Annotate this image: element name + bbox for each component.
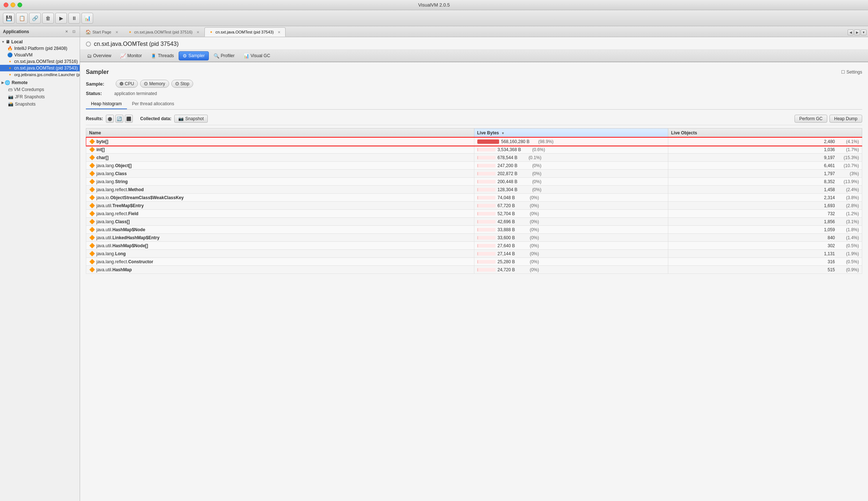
minimize-button[interactable]	[11, 3, 15, 7]
cell-live-bytes: 202,872 B(0%)	[474, 170, 668, 178]
table-row[interactable]: 🔶java.util.LinkedHashMap$Entry33,600 B(0…	[86, 234, 862, 242]
toolbar-btn-3[interactable]: 🔗	[29, 13, 41, 24]
table-row[interactable]: 🔶java.io.ObjectStreamClass$WeakClassKey7…	[86, 194, 862, 202]
cell-live-objects: 1,693(2.8%)	[668, 202, 862, 210]
visual-gc-icon: 📊	[243, 53, 249, 59]
cell-name: 🔶byte[]	[86, 138, 474, 146]
cell-live-objects: 2,314(3.8%)	[668, 194, 862, 202]
table-row[interactable]: 🔶char[]678,544 B(0.1%)9,197(15.3%)	[86, 154, 862, 162]
remote-section[interactable]: ▶ 🌐 Remote	[0, 79, 80, 86]
sub-nav-sampler[interactable]: ⚙ Sampler	[179, 51, 209, 60]
table-row[interactable]: 🔶java.util.HashMap$Node33,888 B(0%)1,059…	[86, 226, 862, 234]
sub-nav-profiler[interactable]: 🔍 Profiler	[210, 51, 239, 60]
cpu-button[interactable]: CPU	[116, 80, 138, 88]
table-row[interactable]: 🔶java.lang.Long27,144 B(0%)1,131(1.9%)	[86, 250, 862, 258]
toolbar-btn-4[interactable]: 🗑	[42, 13, 54, 24]
table-row[interactable]: 🔶java.lang.String200,448 B(0%)8,352(13.9…	[86, 178, 862, 186]
local-section[interactable]: ▼ 🖥 Local	[0, 39, 80, 45]
table-row[interactable]: 🔶java.lang.Class[]42,696 B(0%)1,856(3.1%…	[86, 218, 862, 226]
toolbar-btn-1[interactable]: 💾	[3, 13, 15, 24]
tab-oomtest-37543-close[interactable]: ✕	[276, 29, 282, 35]
cell-name: 🔶char[]	[86, 154, 474, 162]
sidebar-item-intellij[interactable]: 🔥 IntelliJ Platform (pid 28408)	[0, 45, 80, 52]
table-row[interactable]: 🔶byte[]568,160,280 B(98.9%)2,480(4.1%)	[86, 138, 862, 146]
tab-heap-histogram[interactable]: Heap histogram	[86, 99, 127, 109]
vm-coredumps-label: VM Coredumps	[14, 87, 44, 92]
results-btn-stop[interactable]: ⬛	[125, 115, 133, 123]
monitor-icon: 📈	[120, 53, 126, 59]
sub-nav-monitor[interactable]: 📈 Monitor	[116, 51, 146, 60]
sub-nav-threads[interactable]: 🧵 Threads	[147, 51, 178, 60]
sidebar-item-visualvm[interactable]: 🔵 VisualVM	[0, 52, 80, 58]
heap-dump-button[interactable]: Heap Dump	[829, 115, 862, 123]
tab-nav-left[interactable]: ◀	[848, 29, 853, 35]
launcher-label: org.jetbrains.jps.cmdline.Launcher (pid …	[14, 72, 80, 77]
table-row[interactable]: 🔶int[]3,534,368 B(0.6%)1,036(1.7%)	[86, 146, 862, 154]
snapshot-button[interactable]: 📷 Snapshot	[174, 115, 208, 123]
sub-nav-overview[interactable]: 🗂 Overview	[83, 51, 115, 60]
col-live-bytes[interactable]: Live Bytes ▼	[474, 129, 668, 138]
tab-oomtest-37543[interactable]: 🔸 cn.sxt.java.OOMTest (pid 37543) ✕	[204, 27, 286, 37]
close-button[interactable]	[4, 3, 8, 7]
col-live-objects[interactable]: Live Objects	[668, 129, 862, 138]
class-icon: 🔶	[89, 179, 95, 184]
sub-nav-visual-gc[interactable]: 📊 Visual GC	[239, 51, 274, 60]
process-title: cn.sxt.java.OOMTest (pid 37543)	[94, 41, 179, 47]
table-row[interactable]: 🔶java.lang.Class202,872 B(0%)1,797(3%)	[86, 170, 862, 178]
toolbar-btn-2[interactable]: 📋	[16, 13, 28, 24]
per-thread-label: Per thread allocations	[132, 101, 174, 106]
toolbar-btn-7[interactable]: 📊	[81, 13, 93, 24]
table-row[interactable]: 🔶java.lang.reflect.Method128,304 B(0%)1,…	[86, 186, 862, 194]
table-row[interactable]: 🔶java.lang.reflect.Field52,704 B(0%)732(…	[86, 210, 862, 218]
snapshot-label: Snapshot	[185, 116, 204, 121]
table-row[interactable]: 🔶java.lang.reflect.Constructor25,280 B(0…	[86, 258, 862, 266]
sidebar-item-snapshots[interactable]: 📸 Snapshots	[0, 100, 80, 108]
perform-gc-button[interactable]: Perform GC	[795, 115, 827, 123]
cell-live-objects: 2,480(4.1%)	[668, 138, 862, 146]
memory-button[interactable]: Memory	[140, 80, 169, 88]
table-row[interactable]: 🔶java.util.TreeMap$Entry67,720 B(0%)1,69…	[86, 202, 862, 210]
toolbar-btn-5[interactable]: ▶	[55, 13, 67, 24]
cpu-label: CPU	[125, 81, 134, 86]
status-row: Status: application terminated	[86, 91, 862, 96]
cell-name: 🔶java.io.ObjectStreamClass$WeakClassKey	[86, 194, 474, 202]
results-btn-refresh[interactable]: 🔄	[115, 115, 123, 123]
sidebar-item-launcher[interactable]: 🔸 org.jetbrains.jps.cmdline.Launcher (pi…	[0, 71, 80, 78]
visualvm-icon: 🔵	[7, 52, 13, 58]
tab-per-thread[interactable]: Per thread allocations	[127, 99, 179, 109]
results-btn-circle[interactable]: ⬤	[106, 115, 114, 123]
col-name[interactable]: Name	[86, 129, 474, 138]
table-row[interactable]: 🔶java.lang.Object[]247,200 B(0%)6,461(10…	[86, 162, 862, 170]
settings-link[interactable]: ☐ Settings	[841, 70, 862, 75]
toolbar-btn-6[interactable]: ⏸	[68, 13, 80, 24]
tab-oomtest-37516-close[interactable]: ✕	[195, 29, 200, 35]
cell-name: 🔶java.util.TreeMap$Entry	[86, 202, 474, 210]
sampler-content: Sampler ☐ Settings Sample: CPU	[80, 62, 868, 501]
sidebar-item-vm-coredumps[interactable]: 🗃 VM Coredumps	[0, 86, 80, 93]
maximize-button[interactable]	[17, 3, 22, 7]
class-icon: 🔶	[89, 227, 95, 232]
class-icon: 🔶	[89, 195, 95, 200]
perform-gc-label: Perform GC	[799, 116, 823, 121]
tab-start-page[interactable]: 🏠 Start Page ✕	[81, 27, 123, 37]
tab-start-page-close[interactable]: ✕	[114, 29, 119, 35]
sidebar-item-oomtest-37543[interactable]: 🔸 cn.sxt.java.OOMTest (pid 37543)	[0, 65, 80, 71]
table-row[interactable]: 🔶java.util.HashMap24,720 B(0%)515(0.9%)	[86, 266, 862, 274]
stop-button[interactable]: Stop	[171, 80, 194, 88]
sidebar-item-oomtest-37516[interactable]: 🔸 cn.sxt.java.OOMTest (pid 37516)	[0, 58, 80, 65]
tab-oomtest-37516[interactable]: 🔸 cn.sxt.java.OOMTest (pid 37516) ✕	[123, 27, 204, 37]
sidebar-item-jfr-snapshots[interactable]: 📷 JFR Snapshots	[0, 93, 80, 100]
class-icon: 🔶	[89, 163, 95, 168]
sample-buttons: CPU Memory Stop	[116, 80, 193, 88]
panel-close-icon[interactable]: ✕	[64, 29, 69, 34]
settings-row: Sampler ☐ Settings	[86, 66, 862, 77]
jfr-snapshots-icon: 📷	[8, 94, 13, 99]
table-row[interactable]: 🔶java.util.HashMap$Node[]27,640 B(0%)302…	[86, 242, 862, 250]
results-btns: ⬤ 🔄 ⬛	[106, 115, 133, 123]
sub-nav: 🗂 Overview 📈 Monitor 🧵 Threads ⚙ Sampler…	[80, 50, 868, 62]
tab-nav-down[interactable]: ▼	[861, 29, 867, 35]
remote-label: Remote	[12, 80, 28, 85]
panel-maximize-icon[interactable]: ⊡	[71, 29, 77, 34]
tab-nav-right[interactable]: ▶	[854, 29, 860, 35]
sampler-label: Sampler	[188, 53, 205, 58]
